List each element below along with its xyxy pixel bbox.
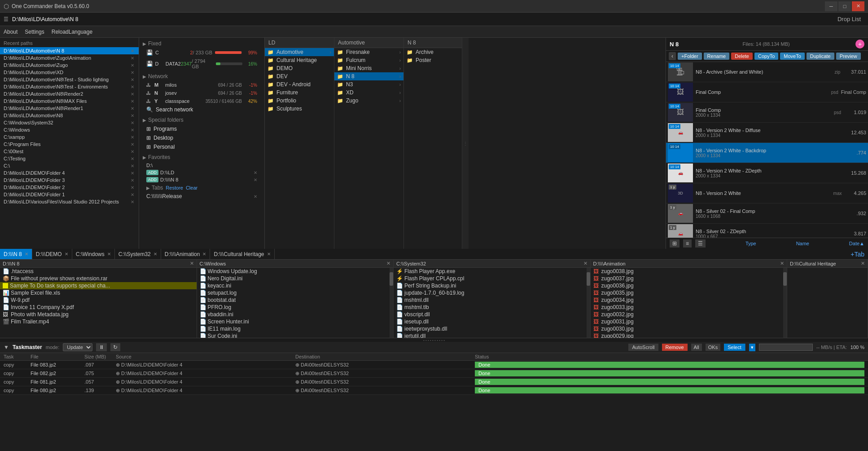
- drive-c[interactable]: 💾 C 2 / 233 GB 99%: [139, 48, 264, 57]
- fav-d-ld[interactable]: ADD D:\\LD ✕: [139, 169, 264, 176]
- saved-tab-close-0[interactable]: ✕: [254, 194, 257, 199]
- fp-win-7[interactable]: 📄 Screen Hunter.ini: [197, 318, 390, 325]
- recent-path-7[interactable]: D:\Milos\LD\Automotive\N8\MAX Files ✕: [0, 97, 139, 105]
- fp-sys-8[interactable]: 📄 ieetwproxystub.dll: [394, 325, 587, 332]
- menu-reload-language[interactable]: ReloadLanguage: [52, 29, 92, 35]
- menu-about[interactable]: About: [4, 29, 18, 35]
- file-panel-d-animation-close[interactable]: ✕: [780, 261, 784, 266]
- sort-name[interactable]: Name: [796, 241, 809, 246]
- recent-path-19[interactable]: D:\Milos\LD\DEMO\Folder 2 ✕: [0, 184, 139, 191]
- recent-path-5[interactable]: D:\Milos\LD\Automotive\N8\Test - Environ…: [0, 83, 139, 90]
- fav-d-n8[interactable]: ADD D:\\\\N 8 ✕: [139, 176, 264, 183]
- close-button[interactable]: ✕: [852, 1, 864, 11]
- fp-win-6[interactable]: 📄 vbaddin.ini: [197, 311, 390, 318]
- remove-path-12[interactable]: ✕: [130, 135, 135, 140]
- view-grid-button[interactable]: ⊞: [670, 239, 679, 248]
- rp-file-4[interactable]: 10 14 N8 - Version 2 White - Backdrop 20…: [666, 143, 868, 163]
- special-personal[interactable]: ⊞ Personal: [139, 142, 264, 151]
- remove-path-7[interactable]: ✕: [130, 99, 135, 104]
- fp-file-w9[interactable]: 📄 W-9.pdf: [0, 296, 197, 304]
- recent-path-6[interactable]: D:\Milos\LD\Automotive\N8\Render2 ✕: [0, 90, 139, 97]
- fp-sys-5[interactable]: 📄 mshtml.tlb: [394, 304, 587, 311]
- back-button[interactable]: ‹: [669, 52, 676, 60]
- add-folder-button[interactable]: +Folder: [678, 53, 702, 60]
- minimize-button[interactable]: ─: [825, 1, 837, 11]
- fp-sys-7[interactable]: 📄 iesetup.dll: [394, 318, 587, 325]
- fp-anim-6[interactable]: 🖼 zugo0032.jpg: [591, 311, 784, 318]
- move-to-button[interactable]: MoveTo: [780, 53, 805, 60]
- recent-path-3[interactable]: D:\Milos\LD\Automotive\XD ✕: [0, 69, 139, 76]
- file-entry-archive[interactable]: 📁 Archive: [404, 48, 462, 56]
- recent-path-13[interactable]: C:\Program Files ✕: [0, 141, 139, 148]
- fp-sys-2[interactable]: 📄 Perf String Backup.ini: [394, 282, 587, 289]
- fp-file-photo[interactable]: 🖼 Photo with Metadata.jpg: [0, 311, 197, 318]
- fp-win-2[interactable]: 📄 keyacc.ini: [197, 282, 390, 289]
- recent-path-9[interactable]: D:\Milos\LD\Automotive\N8 ✕: [0, 112, 139, 119]
- fp-anim-5[interactable]: 🖼 zugo0033.jpg: [591, 304, 784, 311]
- tab-close-d-animation[interactable]: ✕: [202, 252, 206, 256]
- fp-file-film[interactable]: 🎬 Film Trailer.mp4: [0, 318, 197, 325]
- duplicate-button[interactable]: Duplicate: [807, 53, 834, 60]
- recent-path-20[interactable]: D:\Milos\LD\DEMO\Folder 1 ✕: [0, 191, 139, 198]
- taskmaster-mode-select[interactable]: Update Copy Move Sync: [63, 343, 92, 351]
- recent-path-21[interactable]: D:\Milos\LD\VariousFiles\Visual Studio 2…: [0, 198, 139, 205]
- fp-win-3[interactable]: 📄 setupact.log: [197, 289, 390, 296]
- remove-path-9[interactable]: ✕: [130, 113, 135, 118]
- file-entry-demo[interactable]: 📁 DEMO: [265, 64, 334, 72]
- fp-anim-0[interactable]: 🖼 zugo0038.jpg: [591, 268, 784, 275]
- remove-path-2[interactable]: ✕: [130, 63, 135, 68]
- rp-file-8[interactable]: 1 y 🚗 N8 - Silver 02 - ZDepth 1000 x 667…: [666, 224, 868, 238]
- file-entry-n3[interactable]: 📁 N3 ›: [334, 80, 403, 88]
- column-resize-handle[interactable]: ⋮: [462, 38, 469, 249]
- fp-win-5[interactable]: 📄 PFRO.log: [197, 304, 390, 311]
- fp-sys-4[interactable]: 📄 mshtml.dll: [394, 296, 587, 304]
- fp-win-1[interactable]: 📄 Nero Digital.ini: [197, 275, 390, 282]
- win-scrollbar[interactable]: [390, 268, 393, 338]
- network-m[interactable]: 🖧 M milos 694 / 26 GB -1%: [139, 81, 264, 89]
- remove-path-11[interactable]: ✕: [130, 128, 135, 133]
- fp-file-xls[interactable]: 📊 Sample Excel file.xls: [0, 289, 197, 296]
- taskmaster-filter-input[interactable]: [759, 344, 813, 351]
- tabs-restore[interactable]: Restore: [166, 185, 183, 190]
- remove-path-8[interactable]: ✕: [130, 106, 135, 111]
- file-entry-cultural[interactable]: 📁 Cultural Heritage: [265, 56, 334, 64]
- file-entry-mini-norris[interactable]: 📁 Mini Norris ›: [334, 64, 403, 72]
- add-tab-button[interactable]: +Tab: [847, 251, 868, 258]
- preview-button[interactable]: Preview: [836, 53, 861, 60]
- remove-path-18[interactable]: ✕: [130, 178, 135, 183]
- fav-close-1[interactable]: ✕: [254, 170, 257, 175]
- fp-anim-8[interactable]: 🖼 zugo0030.jpg: [591, 325, 784, 332]
- fp-file-todo[interactable]: Sample To Do task supports special cha..…: [0, 282, 197, 289]
- network-y[interactable]: 🖧 Y classspace 35510 / 61466 GB 42%: [139, 97, 264, 105]
- recent-path-17[interactable]: D:\Milos\LD\DEMO\Folder 4 ✕: [0, 169, 139, 177]
- file-entry-n8[interactable]: 📁 N 8 ›: [334, 72, 403, 80]
- remove-path-14[interactable]: ✕: [130, 149, 135, 154]
- tab-d-animation[interactable]: D:\\\\Animation ✕: [161, 249, 210, 260]
- copy-to-button[interactable]: CopyTo: [754, 53, 778, 60]
- fp-anim-3[interactable]: 🖼 zugo0035.jpg: [591, 289, 784, 296]
- remove-path-16[interactable]: ✕: [130, 164, 135, 168]
- fp-sys-6[interactable]: 📄 vbscript.dll: [394, 311, 587, 318]
- tab-c-sys32[interactable]: C:\\System32 ✕: [115, 249, 161, 260]
- view-list-button[interactable]: ≡: [683, 239, 692, 248]
- file-panel-c-sys32-close[interactable]: ✕: [583, 261, 587, 266]
- remove-path-13[interactable]: ✕: [130, 142, 135, 147]
- tm-row-0[interactable]: copy File 083.jp2 .097 ⊕ D:\Milos\LD\DEM…: [0, 361, 868, 369]
- sort-type[interactable]: Type: [745, 241, 756, 246]
- taskmaster-autoscroll-button[interactable]: AutoScroll: [628, 344, 658, 351]
- rp-file-3[interactable]: 10 14 🚗 N8 - Version 2 White - Diffuse 2…: [666, 123, 868, 143]
- file-panel-d-cultural-close[interactable]: ✕: [861, 261, 865, 266]
- fp-win-9[interactable]: 📄 Sur Code.ini: [197, 332, 390, 338]
- right-panel-add-button[interactable]: +: [855, 40, 864, 49]
- taskmaster-oks-button[interactable]: OKs: [706, 344, 720, 351]
- recent-path-12[interactable]: C:\xampp ✕: [0, 133, 139, 141]
- fp-file-rar[interactable]: 📦 File without preview shows extension.r…: [0, 275, 197, 282]
- fp-file-htaccess[interactable]: 📄 .htaccess: [0, 268, 197, 275]
- fp-win-0[interactable]: 📄 Windows Update.log: [197, 268, 390, 275]
- recent-path-1[interactable]: D:\Milos\LD\Automotive\Zugo\Animation ✕: [0, 54, 139, 62]
- taskmaster-remove-button[interactable]: Remove: [662, 344, 688, 351]
- file-entry-zugo[interactable]: 📁 Zugo ›: [334, 97, 403, 105]
- fp-win-8[interactable]: 📄 IE11 main.log: [197, 325, 390, 332]
- recent-path-11[interactable]: C:\Windows ✕: [0, 126, 139, 133]
- recent-path-2[interactable]: D:\Milos\LD\Automotive\Zugo ✕: [0, 62, 139, 69]
